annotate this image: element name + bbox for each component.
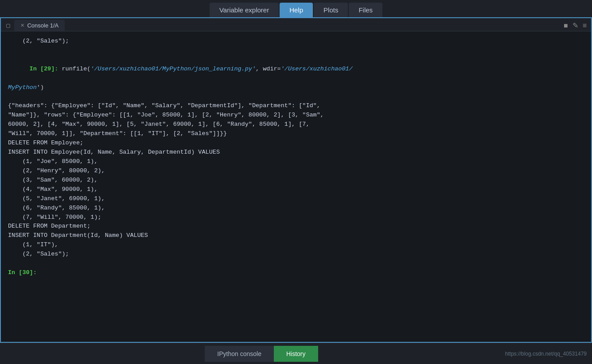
stop-button[interactable]: ■	[564, 22, 568, 30]
console-panel: ▢ ✕ Console 1/A ■ ✎ ≡ (2, "Sales"); In […	[0, 17, 592, 343]
output-in30: In [30]:	[8, 268, 584, 278]
in29-prompt: In [29]:	[30, 66, 58, 72]
output-json4: "Will", 70000, 1]], "Department": [[1, "…	[8, 129, 584, 139]
output-sql3: (1, "Joe", 85000, 1),	[8, 157, 584, 167]
output-sql2: INSERT INTO Employee(Id, Name, Salary, D…	[8, 148, 584, 157]
in29-code: runfile('/Users/xuzhichao01/MyPython/jso…	[58, 66, 352, 72]
window-icon: ▢	[4, 21, 12, 30]
output-blank2	[8, 93, 584, 102]
bottom-tab-bar: IPython console History https://blog.csd…	[0, 343, 592, 364]
bottom-tabs: IPython console History	[18, 346, 505, 362]
tab-history[interactable]: History	[274, 346, 318, 362]
output-sql7: (5, "Janet", 69000, 1),	[8, 194, 584, 204]
output-in29: In [29]: runfile('/Users/xuzhichao01/MyP…	[8, 55, 584, 83]
output-sql11: INSERT INTO Department(Id, Name) VALUES	[8, 231, 584, 240]
output-sql9: (7, "Will", 70000, 1);	[8, 213, 584, 222]
console-tab[interactable]: ✕ Console 1/A	[14, 20, 65, 31]
output-sql6: (4, "Max", 90000, 1),	[8, 185, 584, 194]
console-tab-bar: ▢ ✕ Console 1/A ■ ✎ ≡	[1, 18, 591, 31]
console-icon-group: ■ ✎ ≡	[564, 21, 588, 30]
output-sql4: (2, "Henry", 80000, 2),	[8, 167, 584, 176]
output-prev-line: (2, "Sales");	[8, 37, 584, 46]
output-blank1	[8, 46, 584, 55]
tab-variable-explorer[interactable]: Variable explorer	[210, 3, 279, 17]
in30-prompt: In [30]:	[8, 269, 37, 276]
console-output[interactable]: (2, "Sales"); In [29]: runfile('/Users/x…	[1, 31, 591, 342]
output-in29-wrap: MyPython')	[8, 83, 584, 93]
output-sql8: (6, "Randy", 85000, 1),	[8, 204, 584, 213]
output-sql10: DELETE FROM Department;	[8, 222, 584, 231]
tab-files[interactable]: Files	[349, 3, 382, 17]
menu-button[interactable]: ≡	[583, 22, 587, 30]
tab-ipython-console[interactable]: IPython console	[205, 346, 274, 362]
output-sql13: (2, "Sales");	[8, 250, 584, 259]
output-json2: "Name"]}, "rows": {"Employee": [[1, "Joe…	[8, 111, 584, 120]
bottom-url: https://blog.csdn.net/qq_40531479	[505, 351, 592, 357]
top-toolbar: Variable explorer Help Plots Files	[0, 0, 592, 17]
edit-button[interactable]: ✎	[573, 21, 578, 30]
tab-plots[interactable]: Plots	[314, 3, 348, 17]
tab-help[interactable]: Help	[280, 3, 313, 17]
output-sql1: DELETE FROM Employee;	[8, 139, 584, 148]
output-json1: {"headers": {"Employee": ["Id", "Name", …	[8, 101, 584, 111]
output-sql12: (1, "IT"),	[8, 240, 584, 250]
console-tab-label: Console 1/A	[27, 22, 58, 29]
output-blank3	[8, 259, 584, 268]
output-sql5: (3, "Sam", 60000, 2),	[8, 176, 584, 185]
close-tab-icon[interactable]: ✕	[20, 23, 24, 28]
output-json3: 60000, 2], [4, "Max", 90000, 1], [5, "Ja…	[8, 120, 584, 129]
